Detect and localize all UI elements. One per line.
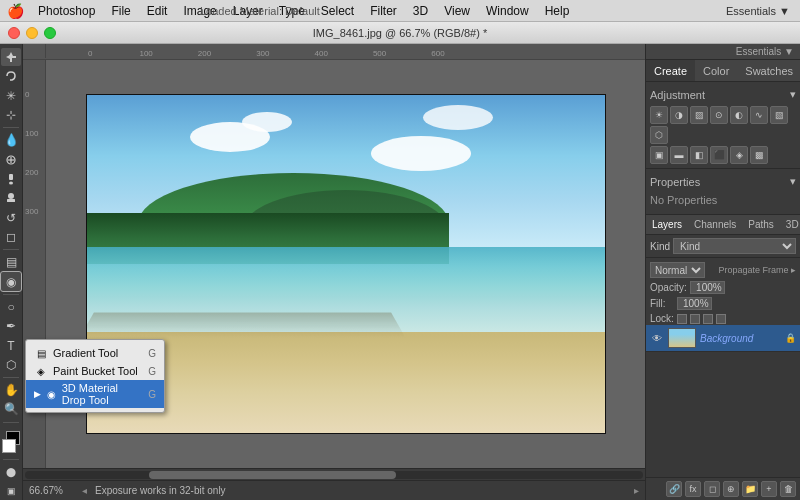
adj-btn-12[interactable]: ⬛ xyxy=(710,146,728,164)
tab-color[interactable]: Color xyxy=(695,60,737,81)
tab-create[interactable]: Create xyxy=(646,60,695,81)
menu-help[interactable]: Help xyxy=(537,0,578,22)
opacity-row: Opacity: xyxy=(646,280,800,295)
cloud-3 xyxy=(371,136,471,171)
close-button[interactable] xyxy=(8,27,20,39)
status-arrow-right[interactable]: ▸ xyxy=(634,485,639,496)
lock-all[interactable] xyxy=(716,314,726,324)
lock-position[interactable] xyxy=(703,314,713,324)
tool-dodge[interactable]: ○ xyxy=(1,298,21,316)
adj-btn-9[interactable]: ▣ xyxy=(650,146,668,164)
adj-btn-6[interactable]: ∿ xyxy=(750,106,768,124)
delete-layer-btn[interactable]: 🗑 xyxy=(780,481,796,497)
adj-btn-13[interactable]: ◈ xyxy=(730,146,748,164)
status-message: Exposure works in 32-bit only xyxy=(95,485,626,496)
tool-lasso[interactable] xyxy=(1,67,21,85)
menu-view[interactable]: View xyxy=(436,0,478,22)
popup-gradient-tool[interactable]: ▤ Gradient Tool G xyxy=(26,344,164,362)
gradient-shortcut: G xyxy=(148,348,156,359)
tab-layers[interactable]: Layers xyxy=(646,215,688,234)
tab-paths[interactable]: Paths xyxy=(742,215,780,234)
menu-photoshop[interactable]: Photoshop xyxy=(30,0,103,22)
background-color[interactable] xyxy=(2,439,16,453)
new-layer-btn[interactable]: + xyxy=(761,481,777,497)
tool-magic-wand[interactable]: ✳ xyxy=(1,87,21,105)
layer-background[interactable]: 👁 Background 🔒 xyxy=(646,325,800,352)
tab-3d[interactable]: 3D xyxy=(780,215,800,234)
menu-3d[interactable]: 3D xyxy=(405,0,436,22)
tab-channels[interactable]: Channels xyxy=(688,215,742,234)
opacity-input[interactable] xyxy=(690,281,725,294)
adj-btn-1[interactable]: ☀ xyxy=(650,106,668,124)
layer-eye-icon[interactable]: 👁 xyxy=(650,331,664,345)
apple-menu[interactable]: 🍎 xyxy=(0,3,30,19)
tool-path[interactable]: ⬡ xyxy=(1,356,21,374)
new-adjustment-btn[interactable]: ⊕ xyxy=(723,481,739,497)
tool-move[interactable] xyxy=(1,48,21,66)
tool-zoom[interactable]: 🔍 xyxy=(1,400,21,418)
maximize-button[interactable] xyxy=(44,27,56,39)
tool-eyedropper[interactable]: 💧 xyxy=(1,131,21,149)
adj-btn-10[interactable]: ▬ xyxy=(670,146,688,164)
adj-btn-4[interactable]: ⊙ xyxy=(710,106,728,124)
properties-header[interactable]: Properties ▾ xyxy=(650,173,796,190)
menu-filter[interactable]: Filter xyxy=(362,0,405,22)
lock-transparency[interactable] xyxy=(677,314,687,324)
kind-select[interactable]: Kind xyxy=(673,238,796,254)
toolbar-divider-6 xyxy=(3,459,19,460)
tool-quick-mask[interactable]: ⬤ xyxy=(1,462,21,480)
adj-btn-3[interactable]: ▨ xyxy=(690,106,708,124)
essentials-label[interactable]: Essentials ▼ xyxy=(646,44,800,60)
color-swatches xyxy=(4,428,18,456)
h-scrollbar[interactable] xyxy=(23,468,645,480)
lock-image[interactable] xyxy=(690,314,700,324)
adjustment-icons-row1: ☀ ◑ ▨ ⊙ ◐ ∿ ▧ ⬡ xyxy=(650,106,796,144)
adjustment-header[interactable]: Adjustment ▾ xyxy=(650,86,796,103)
adj-btn-14[interactable]: ▩ xyxy=(750,146,768,164)
tab-swatches[interactable]: Swatches xyxy=(737,60,800,81)
adj-btn-8[interactable]: ⬡ xyxy=(650,126,668,144)
tool-hand[interactable]: ✋ xyxy=(1,381,21,399)
adj-btn-11[interactable]: ◧ xyxy=(690,146,708,164)
status-arrow-left[interactable]: ◂ xyxy=(82,485,87,496)
ruler-mark: 0 xyxy=(86,49,92,58)
adjustment-arrow: ▾ xyxy=(790,88,796,101)
properties-arrow: ▾ xyxy=(790,175,796,188)
tool-history[interactable]: ↺ xyxy=(1,209,21,227)
fill-input[interactable] xyxy=(677,297,712,310)
canvas-wrapper: 0 100 200 300 400 500 600 0 100 200 300 xyxy=(23,44,645,500)
3d-material-label: 3D Material Drop Tool xyxy=(62,382,143,406)
tool-stamp[interactable] xyxy=(1,189,21,207)
tool-gradient[interactable]: ▤ xyxy=(1,253,21,271)
blend-mode-select[interactable]: Normal xyxy=(650,262,705,278)
adj-btn-2[interactable]: ◑ xyxy=(670,106,688,124)
fill-label: Fill: xyxy=(650,298,666,309)
adj-btn-5[interactable]: ◐ xyxy=(730,106,748,124)
tool-3d-material[interactable]: ◉ xyxy=(1,272,21,290)
add-mask-btn[interactable]: ◻ xyxy=(704,481,720,497)
popup-3d-material[interactable]: ▶ ◉ 3D Material Drop Tool G xyxy=(26,380,164,408)
scrollbar-thumb[interactable] xyxy=(149,471,396,479)
tool-pen[interactable]: ✒ xyxy=(1,317,21,335)
menu-file[interactable]: File xyxy=(103,0,138,22)
menu-window[interactable]: Window xyxy=(478,0,537,22)
layer-name-background: Background xyxy=(700,333,753,344)
tool-screen-mode[interactable]: ▣ xyxy=(1,482,21,500)
popup-paint-bucket[interactable]: ◈ Paint Bucket Tool G xyxy=(26,362,164,380)
adj-btn-7[interactable]: ▧ xyxy=(770,106,788,124)
tool-crop[interactable]: ⊹ xyxy=(1,106,21,124)
menu-edit[interactable]: Edit xyxy=(139,0,176,22)
tool-text[interactable]: T xyxy=(1,336,21,354)
cloud-2 xyxy=(242,112,292,132)
new-group-btn[interactable]: 📁 xyxy=(742,481,758,497)
essentials-menu[interactable]: Essentials ▼ xyxy=(726,5,790,17)
link-layers-btn[interactable]: 🔗 xyxy=(666,481,682,497)
tool-eraser[interactable]: ◻ xyxy=(1,228,21,246)
tool-heal[interactable] xyxy=(1,151,21,169)
tool-brush[interactable] xyxy=(1,170,21,188)
menu-select[interactable]: Select xyxy=(313,0,362,22)
layers-actions: 🔗 fx ◻ ⊕ 📁 + 🗑 xyxy=(646,477,800,500)
minimize-button[interactable] xyxy=(26,27,38,39)
properties-label: Properties xyxy=(650,176,700,188)
add-style-btn[interactable]: fx xyxy=(685,481,701,497)
